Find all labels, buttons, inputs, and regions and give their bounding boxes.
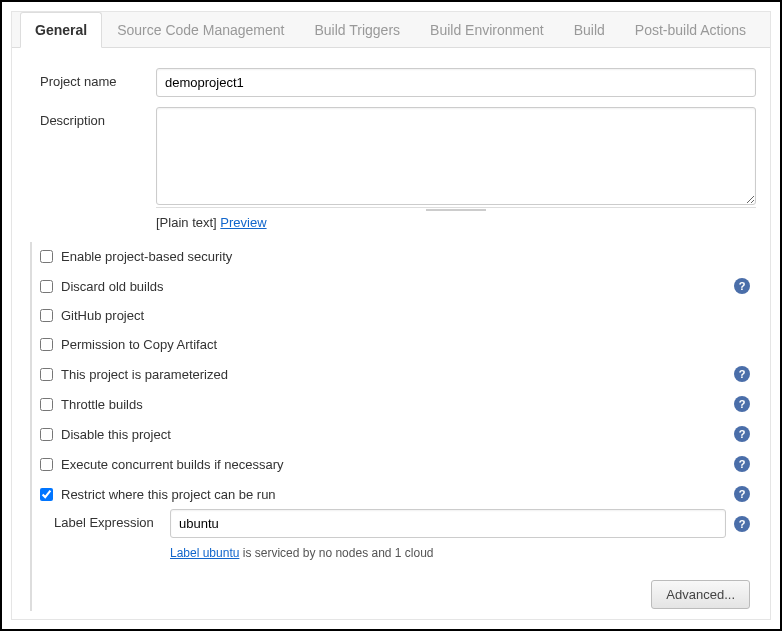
opt-concurrent-builds: Execute concurrent builds if necessary ? <box>40 449 756 479</box>
preview-link[interactable]: Preview <box>220 215 266 230</box>
restrict-sub-section: Label Expression ? Label ubuntu is servi… <box>54 509 756 560</box>
description-textarea[interactable] <box>156 107 756 205</box>
textarea-resize-handle[interactable] <box>156 207 756 211</box>
opt-label: Throttle builds <box>61 397 734 412</box>
project-name-label: Project name <box>26 68 156 89</box>
cb-throttle-builds[interactable] <box>40 398 53 411</box>
opt-parameterized: This project is parameterized ? <box>40 359 756 389</box>
cb-enable-security[interactable] <box>40 250 53 263</box>
opt-copy-artifact: Permission to Copy Artifact <box>40 330 756 359</box>
opt-github-project: GitHub project <box>40 301 756 330</box>
opt-label: Disable this project <box>61 427 734 442</box>
options-list: Enable project-based security Discard ol… <box>30 242 756 611</box>
opt-restrict-node: Restrict where this project can be run ? <box>40 479 756 509</box>
tab-post-build[interactable]: Post-build Actions <box>620 12 761 47</box>
description-label: Description <box>26 107 156 128</box>
label-expression-label: Label Expression <box>54 509 170 530</box>
help-icon[interactable]: ? <box>734 396 750 412</box>
opt-label: Discard old builds <box>61 279 734 294</box>
cb-concurrent-builds[interactable] <box>40 458 53 471</box>
label-ubuntu-link[interactable]: Label ubuntu <box>170 546 239 560</box>
opt-label: Permission to Copy Artifact <box>61 337 756 352</box>
cb-parameterized[interactable] <box>40 368 53 381</box>
help-icon[interactable]: ? <box>734 516 750 532</box>
tab-build[interactable]: Build <box>559 12 620 47</box>
opt-disable-project: Disable this project ? <box>40 419 756 449</box>
tab-build-environment[interactable]: Build Environment <box>415 12 559 47</box>
opt-label: This project is parameterized <box>61 367 734 382</box>
opt-discard-old-builds: Discard old builds ? <box>40 271 756 301</box>
label-msg-tail: is serviced by no nodes and 1 cloud <box>239 546 433 560</box>
help-icon[interactable]: ? <box>734 278 750 294</box>
config-tabs: General Source Code Management Build Tri… <box>12 12 770 48</box>
help-icon[interactable]: ? <box>734 486 750 502</box>
opt-enable-security: Enable project-based security <box>40 242 756 271</box>
advanced-button[interactable]: Advanced... <box>651 580 750 609</box>
opt-label: GitHub project <box>61 308 756 323</box>
cb-disable-project[interactable] <box>40 428 53 441</box>
cb-copy-artifact[interactable] <box>40 338 53 351</box>
opt-throttle-builds: Throttle builds ? <box>40 389 756 419</box>
cb-github-project[interactable] <box>40 309 53 322</box>
help-icon[interactable]: ? <box>734 426 750 442</box>
help-icon[interactable]: ? <box>734 366 750 382</box>
cb-restrict-node[interactable] <box>40 488 53 501</box>
opt-label: Execute concurrent builds if necessary <box>61 457 734 472</box>
cb-discard-old-builds[interactable] <box>40 280 53 293</box>
project-name-input[interactable] <box>156 68 756 97</box>
opt-label: Restrict where this project can be run <box>61 487 734 502</box>
general-panel: Project name Description [Plain text] Pr… <box>12 48 770 620</box>
tab-scm[interactable]: Source Code Management <box>102 12 299 47</box>
plain-text-label: [Plain text] <box>156 215 217 230</box>
tab-build-triggers[interactable]: Build Triggers <box>299 12 415 47</box>
opt-label: Enable project-based security <box>61 249 756 264</box>
tab-general[interactable]: General <box>20 12 102 48</box>
label-expression-input[interactable] <box>170 509 726 538</box>
help-icon[interactable]: ? <box>734 456 750 472</box>
